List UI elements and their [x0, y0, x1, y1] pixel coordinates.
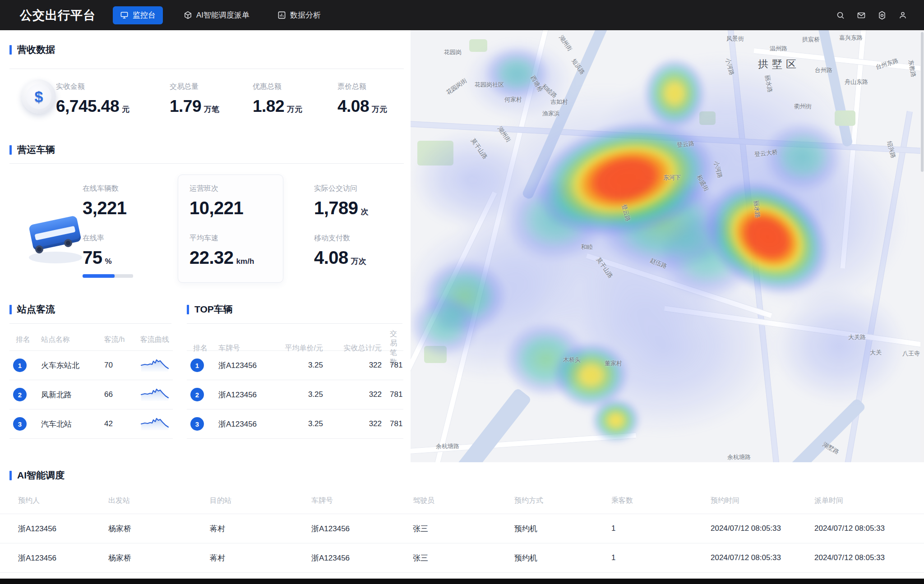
section-accent-bar: [9, 145, 12, 155]
tx-count: 781: [390, 419, 411, 428]
heat-spot: [483, 46, 550, 100]
tab-monitor[interactable]: 监控台: [113, 6, 163, 24]
rank-badge: 2: [190, 388, 204, 401]
map-road-label: 嘉兴东路: [839, 34, 863, 42]
plate-number: 浙A123456: [218, 360, 273, 371]
user-icon[interactable]: [898, 10, 908, 20]
stat-label: 交易总量: [170, 82, 219, 92]
stat-value: 4.08万元: [337, 97, 387, 116]
stat-avg-speed: 平均车速 22.32km/h: [189, 234, 254, 268]
plate-number: 浙A123456: [218, 390, 273, 400]
col-method: 预约方式: [514, 496, 611, 506]
stat-unit: 元: [122, 105, 129, 114]
avg-price: 3.25: [273, 361, 331, 370]
stat-transaction-total: 交易总量 1.79万笔: [170, 82, 219, 116]
rank-badge: 2: [13, 388, 27, 401]
heatmap-map[interactable]: 拱墅区风景街拱宸桥嘉兴东路温州路台州路舟山东路小河路丽水路衢州街东教路台州东路花…: [411, 30, 924, 462]
plate-number: 浙A123456: [218, 419, 273, 429]
divider: [9, 69, 404, 69]
topbar-icon-group: [836, 0, 908, 30]
section-dispatch-header: AI智能调度: [9, 469, 65, 482]
section-accent-bar: [9, 471, 12, 480]
col-plate: 车牌号: [218, 344, 273, 353]
scrollbar-track[interactable]: [920, 30, 924, 462]
plate-number: 浙A123456: [311, 524, 413, 534]
table-header-row: 预约人 出发站 目的站 车牌号 驾驶员 预约方式 乘客数 预约时间 派单时间: [0, 488, 924, 514]
col-rank: 排名: [187, 344, 218, 353]
stat-unit: 万元: [372, 105, 387, 114]
stat-label: 优惠总额: [253, 82, 302, 92]
table-row: 浙A123456 杨家桥 蒋村 浙A123456 张三 预约机 1 2024/0…: [0, 514, 924, 543]
table-row: 1 浙A123456 3.25 322 781: [187, 351, 403, 380]
table-row: 3 汽车北站 42: [9, 409, 173, 439]
stat-value: 75%: [83, 248, 112, 268]
stat-unit: 次: [361, 207, 369, 216]
tx-count: 781: [390, 361, 411, 370]
col-rank: 排名: [9, 335, 41, 345]
origin: 杨家桥: [108, 553, 210, 563]
dispatch-time: 2024/07/12 08:05:33: [814, 553, 924, 562]
monitor-icon: [120, 11, 129, 19]
tab-ai-dispatch[interactable]: AI智能调度派单: [176, 6, 257, 24]
col-origin: 出发站: [108, 496, 210, 506]
map-road-label: 台州路: [815, 66, 832, 74]
stat-unit: %: [105, 257, 112, 266]
total-received: 322: [331, 419, 390, 428]
map-road-label: 余杭塘路: [727, 453, 751, 461]
col-plate: 车牌号: [311, 496, 413, 506]
stat-value: 10,221: [189, 198, 243, 218]
map-road-label: 舟山东路: [845, 78, 868, 86]
tab-ai-dispatch-label: AI智能调度派单: [196, 10, 249, 20]
col-avg-price: 平均单价/元: [273, 344, 331, 353]
stat-value: 4.08万次: [314, 248, 366, 268]
stat-discount-total: 优惠总额 1.82万元: [253, 82, 302, 116]
table-header-row: 排名 站点名称 客流/h 客流曲线: [9, 329, 173, 351]
dollar-coin-icon: $: [22, 79, 56, 114]
map-road-label: 花园岗: [444, 48, 462, 56]
divider: [187, 323, 402, 324]
table-row: 2 凤新北路 66: [9, 380, 173, 409]
booking-time: 2024/07/12 08:05:33: [711, 524, 814, 533]
nav-tabs: 监控台 AI智能调度派单 数据分析: [113, 6, 328, 24]
flow-value: 66: [104, 390, 140, 399]
col-total: 实收总计/元: [331, 344, 390, 353]
flow-sparkline: [140, 416, 170, 432]
col-flow: 客流/h: [104, 335, 140, 345]
section-accent-bar: [9, 305, 12, 314]
stat-mobile-payments: 移动支付数 4.08万次: [314, 234, 366, 268]
stat-bus-visits: 实际公交访问 1,789次: [314, 184, 369, 218]
top-navbar: 公交出行平台 监控台 AI智能调度派单 数据分析: [0, 0, 924, 30]
stat-trips: 运营班次 10,221: [189, 184, 243, 218]
map-road-label: 何家村: [504, 96, 522, 104]
mail-icon[interactable]: [856, 10, 866, 20]
station-name: 凤新北路: [41, 390, 104, 400]
stat-fare-total: 票价总额 4.08万元: [337, 82, 387, 116]
settings-icon[interactable]: [877, 10, 887, 20]
stat-value: 1,789次: [314, 198, 369, 218]
tab-analytics[interactable]: 数据分析: [270, 6, 328, 24]
section-vehicles-title: 营运车辆: [17, 143, 55, 156]
cube-icon: [184, 11, 192, 19]
search-icon[interactable]: [836, 10, 845, 20]
map-road-label: 丽水路: [752, 200, 762, 218]
booker: 浙A123456: [18, 553, 108, 563]
rank-badge: 1: [13, 359, 27, 372]
heat-spot: [643, 57, 706, 129]
stat-value: 6,745.48元: [56, 97, 129, 116]
section-station-flow-header: 站点客流: [9, 303, 55, 316]
stat-value: 1.79万笔: [170, 97, 219, 116]
stat-online-rate: 在线率 75%: [83, 234, 112, 268]
map-road-label: 大关: [870, 349, 882, 357]
divider: [9, 323, 171, 324]
section-dispatch-title: AI智能调度: [17, 469, 65, 482]
scrollbar-thumb[interactable]: [921, 32, 924, 172]
table-header-row: 排名 车牌号 平均单价/元 实收总计/元 交易笔数: [187, 329, 403, 351]
total-received: 322: [331, 390, 390, 399]
map-road-label: 吉如村: [550, 98, 568, 106]
section-revenue-header: 营收数据: [9, 43, 55, 56]
col-flow-curve: 客流曲线: [140, 335, 173, 345]
col-book-time: 预约时间: [711, 496, 814, 506]
heat-spot: [772, 287, 907, 405]
section-accent-bar: [9, 45, 12, 55]
bottom-bar: [0, 579, 924, 584]
